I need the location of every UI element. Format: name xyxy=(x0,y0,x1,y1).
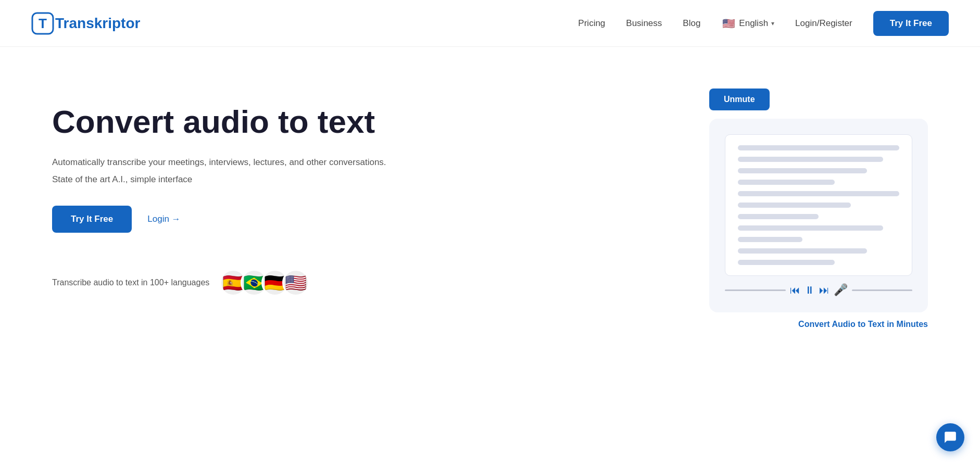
text-line-1 xyxy=(738,145,899,150)
hero-title: Convert audio to text xyxy=(52,104,386,140)
text-line-4 xyxy=(738,180,835,185)
text-line-8 xyxy=(738,225,883,231)
text-line-10 xyxy=(738,248,867,254)
pause-icon[interactable]: ⏸ xyxy=(805,284,815,296)
flags-row: 🇪🇸 🇧🇷 🇩🇪 🇺🇸 xyxy=(220,269,309,296)
nav-business[interactable]: Business xyxy=(626,18,662,29)
flag-us: 🇺🇸 xyxy=(282,269,309,296)
navbar-try-free-button[interactable]: Try It Free xyxy=(873,11,949,36)
text-line-3 xyxy=(738,168,867,173)
convert-label: Convert Audio to Text in Minutes xyxy=(798,320,928,329)
text-line-6 xyxy=(738,203,851,208)
player-progress-left xyxy=(725,289,786,291)
text-line-11 xyxy=(738,260,835,265)
hero-buttons: Try It Free Login → xyxy=(52,206,386,233)
hero-try-free-button[interactable]: Try It Free xyxy=(52,206,132,233)
text-line-2 xyxy=(738,157,883,162)
text-line-9 xyxy=(738,237,802,242)
hero-right: Unmute ⏮ ⏸ ⏭ 🎤 xyxy=(678,89,928,329)
player-progress-right xyxy=(852,289,913,291)
logo-icon: T xyxy=(31,12,54,35)
login-register-link[interactable]: Login/Register xyxy=(795,18,852,29)
hero-left: Convert audio to text Automatically tran… xyxy=(52,89,386,296)
logo[interactable]: T Transkriptor xyxy=(31,12,140,35)
nav-blog[interactable]: Blog xyxy=(683,18,700,29)
hero-languages: Transcribe audio to text in 100+ languag… xyxy=(52,269,386,296)
flag-icon: 🇺🇸 xyxy=(721,16,736,31)
svg-text:T: T xyxy=(39,16,47,31)
chevron-down-icon: ▾ xyxy=(771,20,774,27)
rewind-icon[interactable]: ⏮ xyxy=(790,284,800,296)
hero-section: Convert audio to text Automatically tran… xyxy=(0,47,980,411)
logo-text: Transkriptor xyxy=(55,15,140,32)
microphone-icon: 🎤 xyxy=(834,283,848,297)
hero-lang-text: Transcribe audio to text in 100+ languag… xyxy=(52,278,209,287)
language-label: English xyxy=(739,18,768,29)
transcript-inner xyxy=(725,134,912,276)
forward-icon[interactable]: ⏭ xyxy=(819,284,830,296)
navbar: T Transkriptor Pricing Business Blog 🇺🇸 … xyxy=(0,0,980,47)
text-line-7 xyxy=(738,214,819,219)
player-row: ⏮ ⏸ ⏭ 🎤 xyxy=(725,283,912,297)
transcript-card: ⏮ ⏸ ⏭ 🎤 xyxy=(709,119,928,312)
hero-login-link[interactable]: Login → xyxy=(147,214,180,224)
unmute-button[interactable]: Unmute xyxy=(709,89,770,110)
nav-links: Pricing Business Blog 🇺🇸 English ▾ Login… xyxy=(578,11,949,36)
language-selector[interactable]: 🇺🇸 English ▾ xyxy=(721,16,774,31)
hero-subtitle2: State of the art A.I., simple interface xyxy=(52,174,386,185)
text-line-5 xyxy=(738,191,899,196)
nav-pricing[interactable]: Pricing xyxy=(578,18,605,29)
hero-subtitle: Automatically transcribe your meetings, … xyxy=(52,155,386,169)
